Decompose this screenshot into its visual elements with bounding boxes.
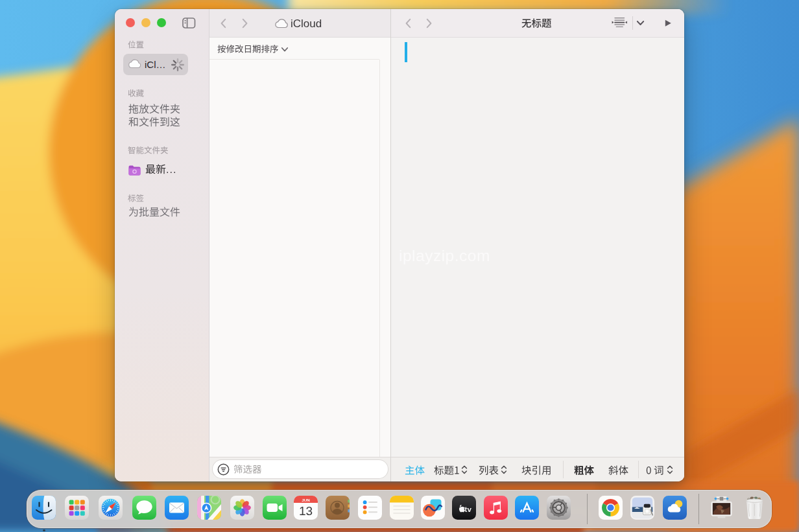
- svg-text:13: 13: [298, 504, 312, 518]
- svg-text:JUN: JUN: [302, 498, 310, 502]
- svg-text:tv: tv: [465, 505, 472, 513]
